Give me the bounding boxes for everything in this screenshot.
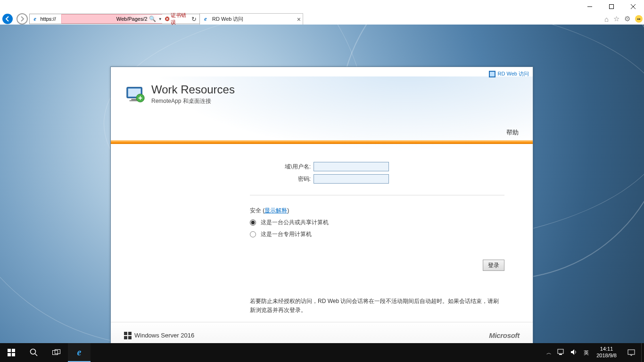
svg-rect-19 xyxy=(12,349,15,352)
svg-rect-28 xyxy=(628,350,635,354)
address-dropdown-icon[interactable]: ▼ xyxy=(158,17,162,21)
svg-rect-18 xyxy=(8,349,11,352)
windows-server-label: Windows Server 2016 xyxy=(134,332,194,339)
start-button[interactable] xyxy=(0,343,23,362)
feedback-smiley-icon[interactable]: •• xyxy=(635,15,643,23)
window-close-button[interactable] xyxy=(622,0,644,13)
svg-rect-15 xyxy=(128,332,132,335)
login-panel: RD Web 访问 Work Resources RemoteApp 和桌面连接… xyxy=(110,67,533,343)
svg-line-23 xyxy=(35,354,38,356)
private-computer-label: 这是一台专用计算机 xyxy=(261,230,312,238)
taskbar: e ︿ 英 14:11 2018/9/8 xyxy=(0,343,644,362)
tools-icon[interactable]: ⚙ xyxy=(624,15,630,23)
tray-volume-icon[interactable] xyxy=(570,349,578,357)
panel-corner-label: RD Web 访问 xyxy=(498,70,529,77)
svg-point-22 xyxy=(31,349,36,354)
search-icon[interactable]: 🔍 xyxy=(148,16,157,22)
favorites-icon[interactable]: ☆ xyxy=(613,15,619,23)
brand-title: Work Resources xyxy=(151,83,235,96)
svg-rect-17 xyxy=(128,336,132,339)
brand-subtitle: RemoteApp 和桌面连接 xyxy=(151,97,235,105)
cert-error-icon xyxy=(165,16,170,22)
public-computer-label: 这是一台公共或共享计算机 xyxy=(261,219,329,227)
microsoft-label: Microsoft xyxy=(489,331,520,339)
login-button[interactable]: 登录 xyxy=(483,260,504,271)
window-minimize-button[interactable] xyxy=(579,0,601,13)
ie-logo-icon: e xyxy=(32,15,38,23)
tab-title: RD Web 访问 xyxy=(212,16,294,23)
show-desktop-button[interactable] xyxy=(641,343,644,362)
tab-close-icon[interactable]: × xyxy=(297,16,301,23)
show-explanation-link[interactable]: 显示解释 xyxy=(264,207,287,214)
taskbar-clock[interactable]: 14:11 2018/9/8 xyxy=(592,346,621,359)
private-computer-radio[interactable] xyxy=(250,231,256,237)
username-input[interactable] xyxy=(314,162,389,171)
password-label: 密码: xyxy=(250,175,314,183)
refresh-icon[interactable]: ↻ xyxy=(190,16,198,23)
taskbar-search-button[interactable] xyxy=(23,343,45,362)
windows-logo-icon xyxy=(124,332,132,339)
svg-rect-26 xyxy=(558,349,563,354)
svg-point-5 xyxy=(17,14,27,24)
action-center-button[interactable] xyxy=(621,343,641,362)
username-label: 域\用户名: xyxy=(250,163,314,171)
browser-tab[interactable]: e RD Web 访问 × xyxy=(199,13,303,25)
task-view-button[interactable] xyxy=(45,343,68,362)
ie-logo-icon: e xyxy=(202,16,209,23)
svg-rect-20 xyxy=(8,353,11,356)
tray-network-icon[interactable] xyxy=(557,349,565,357)
url-text: https://mmmmmmmmmmmmmmWeb/Pages/2 xyxy=(40,16,147,22)
password-input[interactable] xyxy=(314,174,389,184)
window-maximize-button[interactable] xyxy=(601,0,622,13)
clock-time: 14:11 xyxy=(596,346,617,353)
security-label-suffix: ) xyxy=(287,207,289,214)
nav-back-button[interactable] xyxy=(0,13,15,25)
accent-bar xyxy=(111,140,533,144)
security-label-prefix: 安全 ( xyxy=(250,207,264,214)
ime-indicator[interactable]: 英 xyxy=(584,349,589,356)
tray-chevron-icon[interactable]: ︿ xyxy=(546,349,552,356)
certificate-error-badge[interactable]: 证书错误 xyxy=(163,12,189,26)
svg-rect-1 xyxy=(610,5,614,9)
work-resources-icon xyxy=(125,84,147,105)
svg-rect-14 xyxy=(124,332,127,335)
page-background: RD Web 访问 Work Resources RemoteApp 和桌面连接… xyxy=(0,25,644,343)
svg-point-4 xyxy=(2,14,13,24)
public-computer-radio[interactable] xyxy=(250,219,256,226)
clock-date: 2018/9/8 xyxy=(596,353,617,359)
taskbar-ie-button[interactable]: e xyxy=(68,343,91,362)
svg-rect-27 xyxy=(559,354,562,355)
home-icon[interactable]: ⌂ xyxy=(604,15,609,23)
session-timeout-note: 若要防止未经授权的访问，RD Web 访问会话将在一段不活动期间后自动超时。如果… xyxy=(250,297,504,315)
nav-forward-button[interactable] xyxy=(15,13,29,25)
public-computer-option[interactable]: 这是一台公共或共享计算机 xyxy=(250,219,504,227)
private-computer-option[interactable]: 这是一台专用计算机 xyxy=(250,230,504,238)
help-link[interactable]: 帮助 xyxy=(506,128,519,137)
rd-web-icon xyxy=(489,71,495,77)
svg-rect-21 xyxy=(12,353,15,356)
svg-rect-16 xyxy=(124,336,127,339)
address-bar[interactable]: e https://mmmmmmmmmmmmmmWeb/Pages/2 🔍 ▼ … xyxy=(29,14,200,24)
